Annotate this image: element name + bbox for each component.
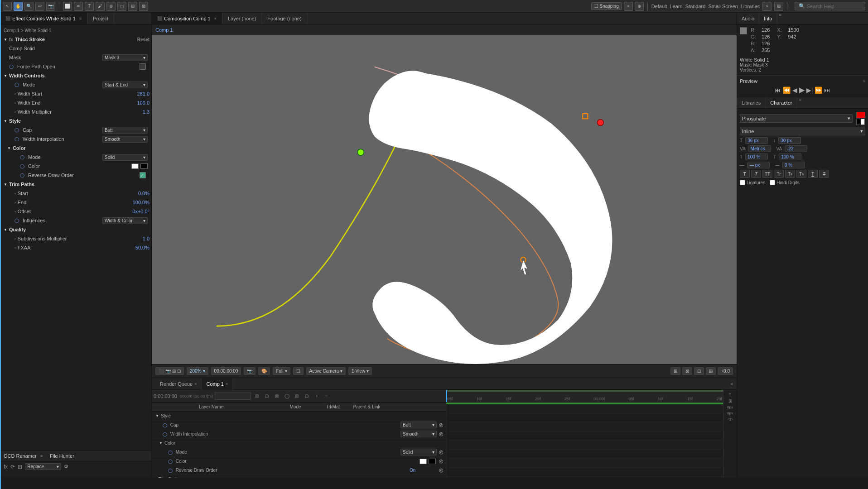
snapshot-icon[interactable]: 📷 [244, 367, 256, 375]
tl-ctrl1[interactable]: ⊞ [253, 392, 261, 400]
ocd-menu[interactable]: ≡ [40, 454, 43, 458]
info-menu[interactable]: ≡ [777, 13, 783, 24]
tab-effect-controls[interactable]: ⬛ Effect Controls White Solid 1 ≡ [0, 13, 87, 24]
reverse-draw-row[interactable]: ◯ Reverse Draw Order ✓ [0, 171, 151, 180]
panel-menu-icon[interactable]: ≡ [79, 16, 82, 21]
tab-footage-none[interactable]: Footage (none) [262, 13, 307, 24]
subdiv-value[interactable]: 1.0 [113, 236, 149, 241]
tl-ctrl8[interactable]: − [323, 392, 331, 400]
tool-pen[interactable]: ✒ [74, 2, 83, 11]
cap-dropdown[interactable]: Butt ▾ [102, 127, 148, 134]
comp1-tab[interactable]: Comp 1 × [202, 378, 233, 390]
tab-project[interactable]: Project [87, 13, 114, 24]
width-end-row[interactable]: › Width End 100.0 [0, 98, 151, 107]
snap-extra[interactable]: ⊕ [635, 2, 644, 11]
force-path-checkbox[interactable] [140, 63, 146, 70]
render-queue-tab[interactable]: Render Queue × [155, 378, 202, 390]
reset-button[interactable]: Reset [137, 37, 149, 42]
tool-rotate[interactable]: ↩ [35, 2, 44, 11]
quality-section[interactable]: ▼ Quality [0, 225, 151, 234]
prev-play-btn[interactable]: ▶ [799, 86, 805, 94]
tl-style-row[interactable]: ▼ Style [152, 412, 446, 421]
tool-puppet[interactable]: ⊞ [128, 2, 137, 11]
char-color-black[interactable] [856, 119, 860, 125]
file-hunter-tab[interactable]: File Hunter [50, 453, 74, 459]
tl-color-white[interactable] [420, 459, 427, 464]
width-interp-dropdown[interactable]: Smooth ▾ [102, 136, 148, 143]
ligatures-checkbox[interactable] [740, 180, 745, 185]
bold-btn[interactable]: T [740, 170, 750, 178]
tracking-input[interactable]: -22 [785, 145, 807, 152]
tool-shape1[interactable]: ⬜ [63, 2, 72, 11]
width-mult-value[interactable]: 1.3 [113, 109, 149, 115]
style-section[interactable]: ▼ Style [0, 116, 151, 125]
nav-learn[interactable]: Learn [670, 4, 683, 9]
leading-input[interactable]: 30 px [778, 137, 801, 144]
nav-default[interactable]: Default [651, 4, 667, 9]
prev-fwd-btn[interactable]: ⏩ [815, 86, 822, 94]
caps-btn[interactable]: TT [762, 170, 772, 178]
tl-right-btn1[interactable]: ≡ [729, 392, 732, 397]
hscale-input[interactable]: 100 % [745, 153, 768, 160]
tool-stamp[interactable]: ⊕ [106, 2, 116, 11]
underline-btn[interactable]: T [808, 170, 818, 178]
tl-wi-row[interactable]: ◯ Width Interpolation Smooth ▾ ◎ [152, 430, 446, 439]
hindi-checkbox[interactable] [770, 180, 775, 185]
ocd-tab[interactable]: OCD Renamer [4, 453, 37, 459]
offset-value[interactable]: 0x+0.0° [113, 209, 149, 214]
snap-icon[interactable]: ⌖ [624, 2, 633, 11]
font-style-dropdown[interactable]: Inline ▾ [740, 127, 865, 135]
mask-btn[interactable]: ⊡ [694, 367, 704, 375]
tool-camera[interactable]: 📷 [46, 2, 55, 11]
superscript-btn[interactable]: Ta [785, 170, 795, 178]
nav-libraries[interactable]: Libraries [741, 4, 760, 9]
tool-text[interactable]: T [85, 2, 94, 11]
tl-color-black[interactable] [429, 459, 436, 464]
tl-ctrl7[interactable]: + [313, 392, 321, 400]
prev-first-btn[interactable]: ⏮ [775, 86, 781, 94]
zoom-button[interactable]: 200% ▾ [187, 367, 208, 375]
offset-row[interactable]: › Offset 0x+0.0° [0, 207, 151, 216]
tl-cap-row[interactable]: ◯ Cap Butt ▾ ◎ [152, 421, 446, 430]
tool-brush[interactable]: 🖌 [96, 2, 105, 11]
tl-wi-dropdown[interactable]: Smooth ▾ [400, 431, 437, 437]
prev-last-btn[interactable]: ⏭ [824, 86, 830, 94]
tl-right-btn3[interactable]: 0px [727, 405, 733, 409]
start-value[interactable]: 0.0% [113, 191, 149, 196]
tl-ctrl4[interactable]: ◯ [283, 392, 291, 400]
tl-ctrl3[interactable]: ⊠ [273, 392, 281, 400]
3d-btn[interactable]: ⊞ [706, 367, 716, 375]
ocd-settings-icon[interactable]: ⚙ [64, 464, 68, 470]
prev-prev-btn[interactable]: ◀ [792, 86, 797, 94]
rp-tab-audio[interactable]: Audio [737, 13, 759, 24]
influences-dropdown[interactable]: Width & Color ▾ [102, 217, 148, 224]
rp-tab-libraries[interactable]: Libraries [737, 97, 766, 108]
tl-right-btn4[interactable]: 0px [727, 411, 733, 415]
rq-close[interactable]: × [194, 382, 197, 386]
tl-cap-dropdown[interactable]: Butt ▾ [400, 422, 437, 428]
width-controls-section[interactable]: ▼ Width Controls [0, 71, 151, 80]
tl-ctrl5[interactable]: ⊞ [293, 392, 301, 400]
replace-dropdown[interactable]: Replace ▾ [25, 463, 61, 470]
tl-cm-dropdown[interactable]: Solid ▾ [400, 449, 437, 455]
comp1-close[interactable]: × [226, 382, 228, 386]
end-value[interactable]: 100.0% [113, 200, 149, 205]
tool-extra[interactable]: ⊠ [139, 2, 148, 11]
color-row[interactable]: ◯ Color [0, 162, 151, 171]
mode-dropdown[interactable]: Start & End ▾ [102, 82, 148, 88]
nav-icon2[interactable]: ⊞ [774, 2, 783, 11]
nav-small-screen[interactable]: Small Screen [708, 4, 738, 9]
view-count-btn[interactable]: 1 View ▾ [348, 367, 372, 375]
vscale-input[interactable]: 100 % [779, 153, 801, 160]
fxaa-row[interactable]: › FXAA 50.0% [0, 243, 151, 252]
baseline2-input[interactable]: 0 % [782, 162, 805, 168]
tl-ctrl2[interactable]: ⊡ [263, 392, 271, 400]
color-mode-btn[interactable]: 🎨 [258, 367, 270, 375]
subdiv-row[interactable]: › Subdivisions Multiplier 1.0 [0, 234, 151, 243]
search-input[interactable] [807, 4, 861, 9]
viewer-btn-icons[interactable]: ⬛ 📷 ⊞ ⊡ [155, 367, 184, 375]
quality-btn[interactable]: Full ▾ [273, 367, 290, 375]
tl-ctrl6[interactable]: ⊡ [303, 392, 311, 400]
font-dropdown[interactable]: Phosphate ▾ [740, 114, 853, 123]
italic-btn[interactable]: T [751, 170, 761, 178]
